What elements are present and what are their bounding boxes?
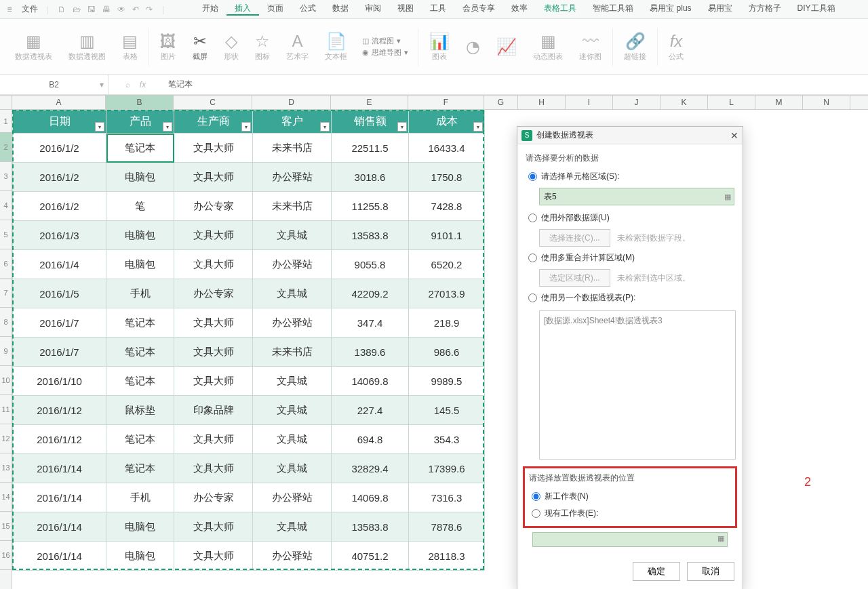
radio-external[interactable]: 使用外部数据源(U) (526, 209, 734, 226)
col-header-I[interactable]: I (566, 96, 613, 109)
btn-pivot-table[interactable]: ▦数据透视表 (7, 31, 60, 62)
col-header-G[interactable]: G (484, 96, 518, 109)
cell[interactable]: 办公驿站 (253, 163, 332, 192)
btn-shapes[interactable]: ◇形状 (216, 31, 247, 62)
radio-new-sheet[interactable]: 新工作表(N) (529, 488, 735, 505)
col-header-M[interactable]: M (755, 96, 803, 109)
cell[interactable]: 文具城 (253, 512, 332, 542)
btn-chart[interactable]: 📊图表 (421, 31, 458, 62)
btn-formula[interactable]: fx公式 (660, 31, 692, 62)
cell[interactable]: 17399.6 (409, 454, 485, 483)
range-input[interactable]: 表5 ▦ (539, 188, 734, 205)
cell[interactable]: 笔 (106, 192, 174, 221)
row-header-12[interactable]: 12 (0, 424, 12, 453)
cell[interactable]: 11255.8 (332, 192, 409, 221)
cell[interactable]: 2016/1/3 (13, 221, 106, 250)
cell[interactable]: 文具城 (253, 454, 332, 483)
redo-icon[interactable]: ↷ (146, 5, 153, 14)
print-icon[interactable]: 🖶 (102, 5, 111, 14)
undo-icon[interactable]: ↶ (132, 5, 139, 14)
tab-0[interactable]: 开始 (194, 3, 226, 16)
cell[interactable]: 文具大师 (174, 425, 253, 454)
cell[interactable]: 7878.6 (409, 512, 485, 542)
cell[interactable]: 7428.8 (409, 192, 485, 221)
tab-15[interactable]: DIY工具箱 (789, 3, 844, 16)
ok-button[interactable]: 确定 (633, 562, 680, 581)
range-picker-icon[interactable]: ▦ (717, 534, 724, 543)
zoom-icon[interactable]: ⌕ (125, 80, 130, 89)
row-header-7[interactable]: 7 (0, 279, 12, 308)
cell[interactable]: 9055.8 (332, 250, 409, 279)
cell[interactable]: 7316.3 (409, 483, 485, 512)
pivot-list[interactable]: [数据源.xlsx]Sheet4!数据透视表3 (539, 310, 736, 460)
cell[interactable]: 笔记本 (106, 338, 174, 367)
row-header-14[interactable]: 14 (0, 483, 12, 512)
row-header-6[interactable]: 6 (0, 249, 12, 279)
cell[interactable]: 未来书店 (253, 192, 332, 221)
cell[interactable]: 电脑包 (106, 221, 174, 250)
tab-14[interactable]: 方方格子 (741, 3, 789, 16)
cell[interactable]: 3018.6 (332, 163, 409, 192)
cell[interactable]: 9989.5 (409, 367, 485, 396)
tab-1[interactable]: 插入 (226, 3, 259, 16)
data-table[interactable]: 日期▾产品▾生产商▾客户▾销售额▾成本▾2016/1/2笔记本文具大师未来书店2… (12, 110, 485, 571)
open-icon[interactable]: 🗁 (73, 5, 81, 14)
filter-icon[interactable]: ▾ (473, 122, 483, 131)
btn-hyperlink[interactable]: 🔗超链接 (616, 31, 654, 62)
cell[interactable]: 22511.5 (332, 134, 409, 163)
filter-icon[interactable]: ▾ (95, 122, 104, 131)
col-header-N[interactable]: N (803, 96, 850, 109)
filter-icon[interactable]: ▾ (163, 122, 172, 131)
cell[interactable]: 1389.6 (332, 338, 409, 367)
cell[interactable]: 2016/1/10 (13, 367, 106, 396)
radio-existing-sheet[interactable]: 现有工作表(E): (529, 505, 735, 522)
name-box[interactable]: B2▾ (0, 75, 108, 94)
cell[interactable]: 2016/1/14 (13, 512, 106, 542)
tab-7[interactable]: 工具 (422, 3, 454, 16)
btn-pivot-chart[interactable]: ▥数据透视图 (60, 31, 114, 62)
btn-picture[interactable]: 🖼图片 (152, 31, 184, 62)
file-menu[interactable]: 文件 (16, 3, 43, 15)
cell[interactable]: 办公专家 (174, 279, 253, 308)
cell[interactable]: 文具大师 (174, 367, 253, 396)
cell[interactable]: 文具大师 (174, 454, 253, 483)
cell[interactable]: 2016/1/5 (13, 279, 106, 308)
btn-textbox[interactable]: 📄文本框 (317, 31, 355, 62)
cell[interactable]: 13583.8 (332, 221, 409, 250)
col-header-D[interactable]: D (252, 96, 331, 109)
cell[interactable]: 14069.8 (332, 367, 409, 396)
close-button[interactable]: ✕ (730, 130, 738, 141)
row-header-4[interactable]: 4 (0, 191, 12, 220)
cell[interactable]: 文具大师 (174, 512, 253, 542)
cell[interactable]: 文具城 (253, 425, 332, 454)
cell[interactable]: 2016/1/7 (13, 308, 106, 338)
table-header[interactable]: 生产商▾ (174, 110, 253, 134)
cell[interactable]: 办公专家 (174, 483, 253, 512)
col-header-L[interactable]: L (708, 96, 755, 109)
cell[interactable]: 鼠标垫 (106, 396, 174, 425)
table-header[interactable]: 销售额▾ (332, 110, 409, 134)
formula-input[interactable]: 笔记本 (163, 79, 868, 90)
row-header-9[interactable]: 9 (0, 337, 12, 366)
cell[interactable]: 40751.2 (332, 542, 409, 571)
cell[interactable]: 13583.8 (332, 512, 409, 542)
cell[interactable]: 未来书店 (253, 338, 332, 367)
cell[interactable]: 办公专家 (174, 192, 253, 221)
existing-location-input[interactable]: ▦ (532, 532, 728, 547)
btn-screenshot[interactable]: ✂截屏 (184, 31, 216, 62)
tab-13[interactable]: 易用宝 (700, 3, 741, 16)
cell[interactable]: 手机 (106, 483, 174, 512)
cell[interactable]: 2016/1/7 (13, 338, 106, 367)
cell[interactable]: 文具城 (253, 279, 332, 308)
btn-flowchart[interactable]: ◫流程图▾ (362, 36, 408, 46)
cell[interactable]: 文具大师 (174, 163, 253, 192)
cell[interactable]: 6520.2 (409, 250, 485, 279)
cell[interactable]: 笔记本 (106, 134, 174, 163)
cell[interactable]: 2016/1/12 (13, 425, 106, 454)
cell[interactable]: 42209.2 (332, 279, 409, 308)
cell[interactable]: 145.5 (409, 396, 485, 425)
btn-sparkline[interactable]: 〰迷你图 (571, 31, 610, 62)
tab-4[interactable]: 数据 (324, 3, 357, 16)
cell[interactable]: 2016/1/14 (13, 542, 106, 571)
col-header-K[interactable]: K (660, 96, 708, 109)
